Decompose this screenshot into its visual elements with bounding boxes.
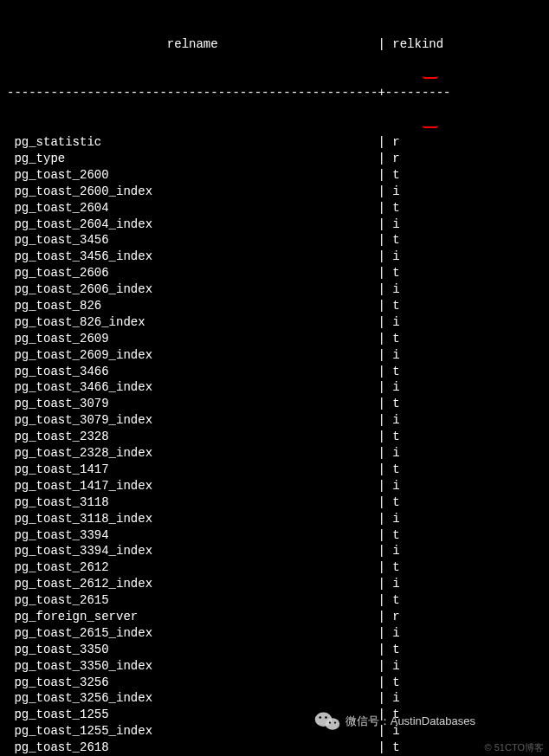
table-row: pg_toast_3456 | t (7, 232, 549, 249)
svg-point-3 (325, 716, 327, 719)
table-row: pg_toast_2328 | t (7, 429, 549, 445)
corner-watermark: © 51CTO博客 (485, 741, 544, 754)
table-row: pg_toast_2612_index | i (7, 576, 549, 592)
table-row: pg_toast_2615_index | i (7, 625, 549, 642)
table-row: pg_toast_2600 | t (7, 167, 549, 184)
table-row: pg_toast_2612 | t (7, 559, 549, 576)
table-row: pg_toast_826 | t (7, 298, 549, 314)
table-row: pg_toast_3079 | t (7, 396, 549, 412)
table-row: pg_toast_3256_index | i (7, 690, 549, 707)
table-row: pg_toast_2618 | t (7, 740, 549, 756)
svg-point-1 (325, 718, 339, 730)
table-row: pg_toast_3079_index | i (7, 412, 549, 429)
table-row: pg_toast_2609_index | i (7, 347, 549, 364)
table-row: pg_toast_3456_index | i (7, 249, 549, 265)
table-row: pg_toast_2604_index | i (7, 216, 549, 233)
table-row: pg_toast_2600_index | i (7, 184, 549, 200)
table-row: pg_toast_2604 | t (7, 200, 549, 216)
psql-output: relname | relkind ----------------------… (0, 3, 549, 756)
table-row: pg_toast_2609 | t (7, 331, 549, 347)
table-row: pg_toast_3466_index | i (7, 379, 549, 396)
table-row: pg_toast_1417_index | i (7, 478, 549, 494)
table-row: pg_toast_3466 | t (7, 364, 549, 380)
table-row: pg_toast_826_index | i (7, 314, 549, 331)
table-row: pg_type | r (7, 151, 549, 167)
annotation-mark (423, 75, 438, 79)
table-row: pg_toast_3118 | t (7, 494, 549, 511)
table-row: pg_toast_2328_index | i (7, 445, 549, 462)
table-body: pg_statistic | r pg_type | r pg_toast_26… (7, 134, 549, 756)
table-row: pg_foreign_server | r (7, 609, 549, 625)
table-row: pg_toast_3350 | t (7, 642, 549, 658)
svg-point-2 (319, 716, 321, 719)
table-row: pg_toast_3350_index | i (7, 658, 549, 675)
table-row: pg_toast_2606_index | i (7, 281, 549, 298)
table-row: pg_toast_1417 | t (7, 462, 549, 478)
table-row: pg_toast_3394_index | i (7, 543, 549, 559)
wechat-watermark: 微信号：AustinDatabases (314, 711, 475, 732)
table-row: pg_toast_3394 | t (7, 527, 549, 544)
table-divider: ----------------------------------------… (7, 85, 549, 101)
table-row: pg_statistic | r (7, 134, 549, 151)
wechat-icon (314, 711, 340, 732)
table-row: pg_toast_3118_index | i (7, 511, 549, 527)
annotation-mark (423, 125, 438, 128)
table-row: pg_toast_2606 | t (7, 265, 549, 281)
table-row: pg_toast_3256 | t (7, 675, 549, 691)
wechat-label: 微信号：AustinDatabases (346, 714, 475, 729)
table-header: relname | relkind (7, 36, 549, 53)
svg-point-5 (334, 721, 336, 723)
table-row: pg_toast_2615 | t (7, 592, 549, 609)
svg-point-4 (329, 721, 331, 723)
